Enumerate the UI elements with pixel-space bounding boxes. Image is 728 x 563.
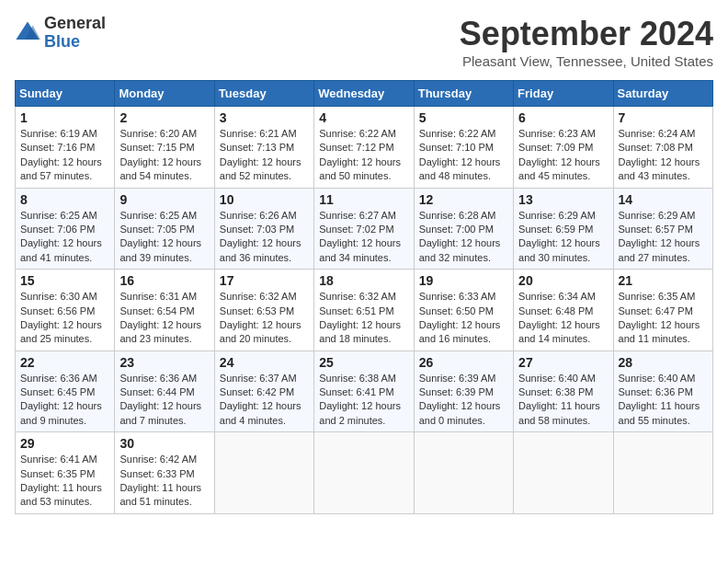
calendar-cell: 26Sunrise: 6:39 AM Sunset: 6:39 PM Dayli… (414, 350, 513, 432)
day-number: 22 (20, 355, 109, 370)
calendar-cell: 3Sunrise: 6:21 AM Sunset: 7:13 PM Daylig… (214, 107, 313, 189)
calendar-header: General Blue September 2024 Pleasant Vie… (15, 15, 713, 69)
day-number: 12 (419, 192, 508, 207)
week-row-1: 1Sunrise: 6:19 AM Sunset: 7:16 PM Daylig… (16, 107, 713, 189)
week-row-2: 8Sunrise: 6:25 AM Sunset: 7:06 PM Daylig… (16, 188, 713, 270)
day-header-sunday: Sunday (16, 81, 115, 107)
calendar-cell: 21Sunrise: 6:35 AM Sunset: 6:47 PM Dayli… (613, 270, 712, 351)
calendar-cell: 9Sunrise: 6:25 AM Sunset: 7:05 PM Daylig… (115, 188, 214, 270)
day-info: Sunrise: 6:36 AM Sunset: 6:45 PM Dayligh… (20, 372, 109, 429)
day-info: Sunrise: 6:29 AM Sunset: 6:59 PM Dayligh… (518, 209, 608, 266)
week-row-4: 22Sunrise: 6:36 AM Sunset: 6:45 PM Dayli… (16, 350, 713, 432)
day-number: 4 (319, 110, 408, 125)
day-number: 18 (319, 273, 408, 288)
calendar-cell (214, 432, 313, 514)
day-number: 3 (220, 110, 309, 125)
day-number: 11 (319, 192, 408, 207)
day-header-wednesday: Wednesday (314, 81, 414, 107)
calendar-cell: 6Sunrise: 6:23 AM Sunset: 7:09 PM Daylig… (514, 107, 613, 189)
calendar-cell: 2Sunrise: 6:20 AM Sunset: 7:15 PM Daylig… (115, 107, 214, 189)
day-info: Sunrise: 6:40 AM Sunset: 6:36 PM Dayligh… (619, 372, 708, 429)
day-number: 8 (20, 192, 109, 207)
day-number: 6 (518, 110, 608, 125)
logo-icon (15, 20, 40, 46)
day-number: 21 (619, 273, 708, 288)
day-number: 23 (119, 355, 209, 370)
calendar-cell: 25Sunrise: 6:38 AM Sunset: 6:41 PM Dayli… (314, 350, 414, 432)
calendar-cell: 8Sunrise: 6:25 AM Sunset: 7:06 PM Daylig… (16, 188, 115, 270)
calendar-cell: 29Sunrise: 6:41 AM Sunset: 6:35 PM Dayli… (16, 432, 115, 514)
day-number: 9 (119, 192, 209, 207)
calendar-cell: 7Sunrise: 6:24 AM Sunset: 7:08 PM Daylig… (613, 107, 712, 189)
calendar-cell: 12Sunrise: 6:28 AM Sunset: 7:00 PM Dayli… (414, 188, 513, 270)
day-header-monday: Monday (115, 81, 214, 107)
day-number: 13 (518, 192, 608, 207)
day-info: Sunrise: 6:32 AM Sunset: 6:53 PM Dayligh… (220, 290, 309, 347)
calendar-subtitle: Pleasant View, Tennessee, United States (460, 53, 713, 69)
day-info: Sunrise: 6:31 AM Sunset: 6:54 PM Dayligh… (119, 290, 209, 347)
calendar-cell: 16Sunrise: 6:31 AM Sunset: 6:54 PM Dayli… (115, 270, 214, 351)
day-info: Sunrise: 6:36 AM Sunset: 6:44 PM Dayligh… (119, 372, 209, 429)
calendar-cell: 24Sunrise: 6:37 AM Sunset: 6:42 PM Dayli… (214, 350, 313, 432)
day-info: Sunrise: 6:22 AM Sunset: 7:10 PM Dayligh… (419, 127, 508, 184)
day-number: 19 (419, 273, 508, 288)
day-number: 10 (220, 192, 309, 207)
logo: General Blue (15, 15, 106, 52)
week-row-5: 29Sunrise: 6:41 AM Sunset: 6:35 PM Dayli… (16, 432, 713, 514)
day-number: 28 (619, 355, 708, 370)
calendar-cell: 17Sunrise: 6:32 AM Sunset: 6:53 PM Dayli… (214, 270, 313, 351)
day-info: Sunrise: 6:39 AM Sunset: 6:39 PM Dayligh… (419, 372, 508, 429)
day-info: Sunrise: 6:23 AM Sunset: 7:09 PM Dayligh… (518, 127, 608, 184)
day-number: 17 (220, 273, 309, 288)
day-number: 5 (419, 110, 508, 125)
day-info: Sunrise: 6:34 AM Sunset: 6:48 PM Dayligh… (518, 290, 608, 347)
day-number: 16 (119, 273, 209, 288)
day-number: 14 (619, 192, 708, 207)
day-info: Sunrise: 6:29 AM Sunset: 6:57 PM Dayligh… (619, 209, 708, 266)
day-header-friday: Friday (514, 81, 613, 107)
calendar-cell: 5Sunrise: 6:22 AM Sunset: 7:10 PM Daylig… (414, 107, 513, 189)
calendar-cell (314, 432, 414, 514)
day-info: Sunrise: 6:21 AM Sunset: 7:13 PM Dayligh… (220, 127, 309, 184)
day-number: 29 (20, 436, 109, 451)
week-row-3: 15Sunrise: 6:30 AM Sunset: 6:56 PM Dayli… (16, 270, 713, 351)
day-number: 20 (518, 273, 608, 288)
day-info: Sunrise: 6:27 AM Sunset: 7:02 PM Dayligh… (319, 209, 408, 266)
day-number: 30 (119, 436, 209, 451)
day-header-saturday: Saturday (613, 81, 712, 107)
day-info: Sunrise: 6:42 AM Sunset: 6:33 PM Dayligh… (119, 453, 209, 510)
calendar-cell (613, 432, 712, 514)
day-header-thursday: Thursday (414, 81, 513, 107)
day-info: Sunrise: 6:25 AM Sunset: 7:06 PM Dayligh… (20, 209, 109, 266)
day-info: Sunrise: 6:20 AM Sunset: 7:15 PM Dayligh… (119, 127, 209, 184)
day-info: Sunrise: 6:28 AM Sunset: 7:00 PM Dayligh… (419, 209, 508, 266)
calendar-cell: 30Sunrise: 6:42 AM Sunset: 6:33 PM Dayli… (115, 432, 214, 514)
calendar-cell: 27Sunrise: 6:40 AM Sunset: 6:38 PM Dayli… (514, 350, 613, 432)
day-info: Sunrise: 6:25 AM Sunset: 7:05 PM Dayligh… (119, 209, 209, 266)
day-info: Sunrise: 6:35 AM Sunset: 6:47 PM Dayligh… (619, 290, 708, 347)
calendar-cell (414, 432, 513, 514)
day-number: 1 (20, 110, 109, 125)
calendar-cell: 28Sunrise: 6:40 AM Sunset: 6:36 PM Dayli… (613, 350, 712, 432)
calendar-cell: 1Sunrise: 6:19 AM Sunset: 7:16 PM Daylig… (16, 107, 115, 189)
day-info: Sunrise: 6:41 AM Sunset: 6:35 PM Dayligh… (20, 453, 109, 510)
calendar-cell: 11Sunrise: 6:27 AM Sunset: 7:02 PM Dayli… (314, 188, 414, 270)
calendar-cell: 19Sunrise: 6:33 AM Sunset: 6:50 PM Dayli… (414, 270, 513, 351)
title-section: September 2024 Pleasant View, Tennessee,… (460, 15, 713, 69)
day-number: 15 (20, 273, 109, 288)
day-info: Sunrise: 6:33 AM Sunset: 6:50 PM Dayligh… (419, 290, 508, 347)
day-info: Sunrise: 6:40 AM Sunset: 6:38 PM Dayligh… (518, 372, 608, 429)
day-number: 25 (319, 355, 408, 370)
day-number: 26 (419, 355, 508, 370)
calendar-cell: 13Sunrise: 6:29 AM Sunset: 6:59 PM Dayli… (514, 188, 613, 270)
day-number: 2 (119, 110, 209, 125)
day-info: Sunrise: 6:19 AM Sunset: 7:16 PM Dayligh… (20, 127, 109, 184)
calendar-cell: 18Sunrise: 6:32 AM Sunset: 6:51 PM Dayli… (314, 270, 414, 351)
day-number: 24 (220, 355, 309, 370)
calendar-cell: 23Sunrise: 6:36 AM Sunset: 6:44 PM Dayli… (115, 350, 214, 432)
day-info: Sunrise: 6:38 AM Sunset: 6:41 PM Dayligh… (319, 372, 408, 429)
calendar-cell (514, 432, 613, 514)
calendar-title: September 2024 (460, 15, 713, 53)
day-number: 7 (619, 110, 708, 125)
day-number: 27 (518, 355, 608, 370)
